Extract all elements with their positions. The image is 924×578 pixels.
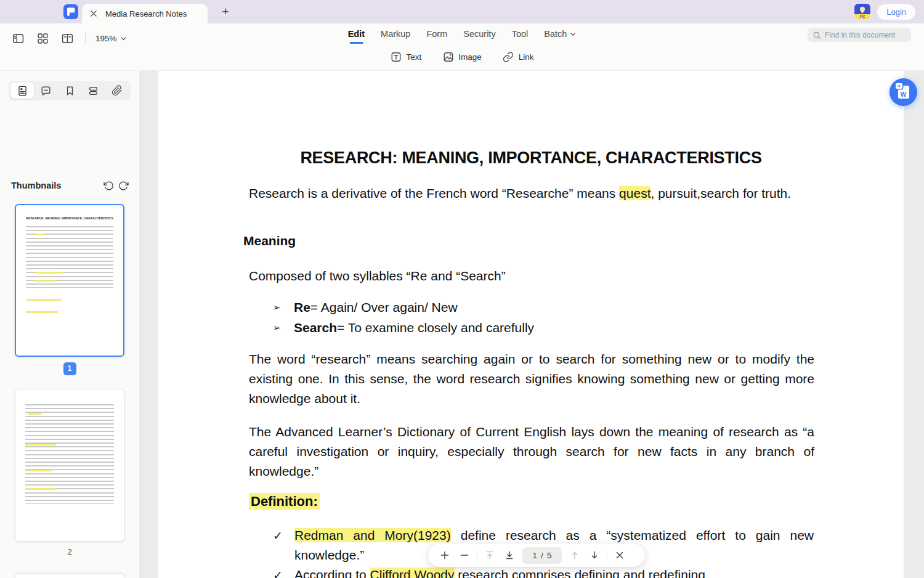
text-tool-icon xyxy=(390,51,402,63)
thumbnail-preview xyxy=(26,226,113,288)
edit-subtools: Text Image Link xyxy=(390,51,533,63)
app-window: Media Research Notes + PC Login 195% xyxy=(0,0,924,578)
paragraph-derivative[interactable]: Research is a derivative of the French w… xyxy=(249,184,814,203)
view-controls: 195% xyxy=(9,29,128,47)
paragraph-composed[interactable]: Composed of two syllables “Re and “Searc… xyxy=(249,266,814,286)
word-file-icon: ➜ W xyxy=(898,86,909,99)
arrow-down-icon xyxy=(590,550,599,560)
sidebar: Thumbnails RESEARCH: MEANING, IMPORTANCE… xyxy=(0,71,139,578)
heading-meaning[interactable]: Meaning xyxy=(243,234,296,248)
pager-divider xyxy=(607,550,607,560)
minus-icon xyxy=(460,550,469,560)
last-page-button[interactable] xyxy=(500,546,519,564)
paragraph-word-research[interactable]: The word “research” means searching agai… xyxy=(249,349,814,409)
toolbar-divider xyxy=(85,32,86,44)
thumbnails-panel-button[interactable] xyxy=(10,83,34,99)
close-pager-button[interactable] xyxy=(610,546,629,564)
paragraph-dictionary[interactable]: The Advanced Learner’s Dictionary of Cur… xyxy=(249,422,814,481)
current-page: 1 xyxy=(533,551,538,560)
pdf-page-1[interactable]: RESEARCH: MEANING, IMPORTANCE, CHARACTER… xyxy=(158,71,904,578)
page-1-thumbnail[interactable]: RESEARCH: MEANING, IMPORTANCE, CHARACTER… xyxy=(15,204,124,357)
page-2-thumbnail[interactable] xyxy=(15,389,124,542)
definition-item-woody[interactable]: ✓ According to Clifford Woody research c… xyxy=(273,565,814,578)
zoom-level-value: 195% xyxy=(95,34,117,43)
checkmark-icon: ✓ xyxy=(273,526,294,565)
bullet-search[interactable]: ➢ Search= To examine closely and careful… xyxy=(273,318,534,338)
tab-batch[interactable]: Batch xyxy=(544,29,576,39)
zoom-out-button[interactable] xyxy=(455,546,474,564)
thumbnail-preview-title: RESEARCH: MEANING, IMPORTANCE, CHARACTER… xyxy=(22,216,117,220)
heading-definition[interactable]: Definition: xyxy=(249,494,320,510)
highlight-woody: Clifford Woody xyxy=(370,568,455,578)
comments-panel-button[interactable] xyxy=(34,83,57,99)
two-page-view-button[interactable] xyxy=(58,29,76,47)
active-tab-underline xyxy=(349,42,363,44)
insert-text-button[interactable]: Text xyxy=(390,51,421,63)
bookmarks-panel-button[interactable] xyxy=(58,83,81,99)
arrow-down-to-line-icon xyxy=(505,550,514,560)
rotate-right-button[interactable] xyxy=(116,178,131,193)
arrow-up-icon xyxy=(570,550,580,560)
page-1-number-badge: 1 xyxy=(63,362,76,375)
document-tab[interactable]: Media Research Notes xyxy=(82,4,208,23)
attachments-panel-button[interactable] xyxy=(105,83,129,99)
previous-page-button[interactable] xyxy=(565,546,584,564)
comment-icon xyxy=(40,85,52,97)
tab-form[interactable]: Form xyxy=(426,29,447,39)
new-tab-button[interactable]: + xyxy=(219,6,232,18)
tab-edit[interactable]: Edit xyxy=(348,29,365,44)
toggle-sidebar-button[interactable] xyxy=(9,29,27,47)
document-canvas: RESEARCH: MEANING, IMPORTANCE, CHARACTER… xyxy=(139,71,924,578)
plus-icon xyxy=(440,550,450,560)
stacked-pages-icon xyxy=(87,85,99,97)
tab-markup[interactable]: Markup xyxy=(381,29,410,39)
chevron-down-icon xyxy=(120,35,127,42)
arrow-bullet-icon: ➢ xyxy=(273,318,294,338)
main-toolbar: 195% Edit Markup Form Security Tool Batc… xyxy=(0,23,924,71)
link-tool-icon xyxy=(503,51,514,63)
layers-panel-button[interactable] xyxy=(81,83,105,99)
document-search[interactable] xyxy=(808,28,911,42)
thumbnail-item-1: RESEARCH: MEANING, IMPORTANCE, CHARACTER… xyxy=(0,204,139,375)
chevron-down-icon xyxy=(569,31,576,38)
convert-arrow-icon: ➜ xyxy=(896,83,902,89)
sidebar-panel-switcher xyxy=(9,81,131,100)
zoom-in-button[interactable] xyxy=(436,546,454,564)
tab-bar: Media Research Notes + PC Login xyxy=(0,0,924,23)
convert-to-word-button[interactable]: ➜ W xyxy=(890,78,917,106)
tab-close-icon[interactable] xyxy=(89,9,98,18)
page-indicator[interactable]: 1 / 5 xyxy=(522,547,562,564)
document-title[interactable]: RESEARCH: MEANING, IMPORTANCE, CHARACTER… xyxy=(158,149,904,168)
bullet-re[interactable]: ➢ Re= Again/ Over again/ New xyxy=(273,298,458,317)
main-area: Thumbnails RESEARCH: MEANING, IMPORTANCE… xyxy=(0,71,924,578)
insert-link-button[interactable]: Link xyxy=(503,51,534,63)
grid-view-button[interactable] xyxy=(33,29,52,47)
tab-security[interactable]: Security xyxy=(463,29,495,39)
arrow-up-to-line-icon xyxy=(485,550,495,560)
page-3-thumbnail[interactable] xyxy=(15,573,124,578)
search-icon xyxy=(813,31,821,39)
image-tool-icon xyxy=(442,51,454,63)
search-input[interactable] xyxy=(825,31,906,39)
floating-page-toolbar: 1 / 5 xyxy=(428,543,645,567)
lightbulb-icon xyxy=(854,4,870,14)
tabbar-right: PC Login xyxy=(854,4,915,20)
next-page-button[interactable] xyxy=(585,546,604,564)
first-page-button[interactable] xyxy=(480,546,499,564)
total-pages: 5 xyxy=(547,551,552,560)
menu-tabs: Edit Markup Form Security Tool Batch xyxy=(348,29,577,44)
tab-tool[interactable]: Tool xyxy=(512,29,529,39)
close-icon xyxy=(615,551,624,560)
rotate-left-button[interactable] xyxy=(101,178,116,193)
rotate-cw-icon xyxy=(118,181,129,191)
arrow-bullet-icon: ➢ xyxy=(273,298,294,317)
app-logo-icon[interactable] xyxy=(63,4,78,19)
thumbnails-panel-header: Thumbnails xyxy=(11,178,131,193)
tab-title: Media Research Notes xyxy=(105,9,187,18)
pc-version-badge[interactable]: PC xyxy=(854,4,870,20)
insert-image-button[interactable]: Image xyxy=(442,51,482,63)
login-button[interactable]: Login xyxy=(877,4,915,20)
zoom-level-dropdown[interactable]: 195% xyxy=(94,31,128,46)
paperclip-icon xyxy=(111,85,123,96)
bookmark-icon xyxy=(64,85,76,97)
